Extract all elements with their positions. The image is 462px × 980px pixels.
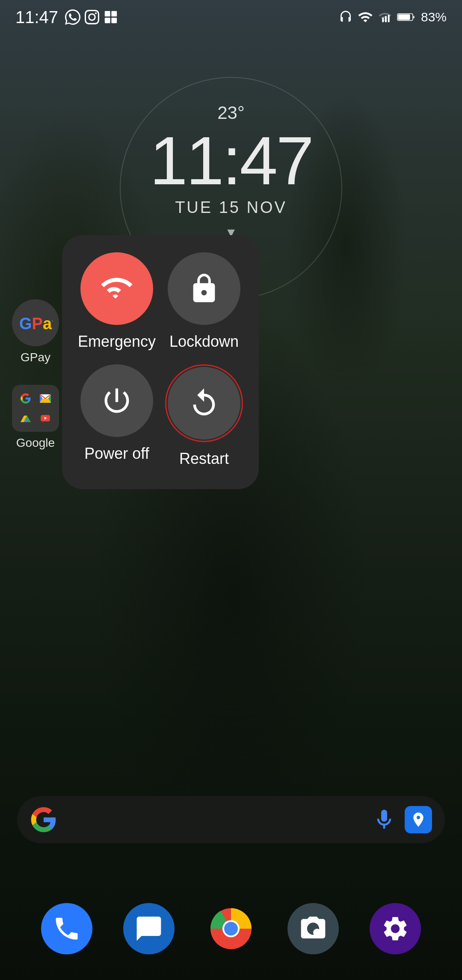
- svg-point-13: [224, 922, 238, 936]
- restart-button[interactable]: Restart: [165, 364, 243, 468]
- status-bar: 11:47: [0, 0, 462, 34]
- restart-icon: [188, 387, 220, 419]
- status-icons: [65, 9, 118, 25]
- wifi-icon: [358, 9, 373, 25]
- search-bar[interactable]: [17, 796, 445, 843]
- emergency-circle: [80, 252, 153, 325]
- app-dock: [0, 903, 462, 954]
- folder-drive-icon: [17, 410, 35, 427]
- lockdown-circle: [168, 252, 240, 325]
- emergency-label: Emergency: [78, 333, 156, 351]
- restart-label: Restart: [179, 450, 229, 468]
- chrome-dock-icon[interactable]: [205, 903, 257, 954]
- google-folder-circle: [12, 385, 59, 432]
- headphone-icon: [339, 10, 352, 24]
- battery-percentage: 83%: [421, 10, 447, 24]
- status-bar-right: 83%: [339, 9, 447, 25]
- google-app-icon[interactable]: Google: [12, 385, 59, 450]
- google-lens-icon[interactable]: [405, 806, 432, 833]
- emergency-signal-icon: [100, 272, 134, 306]
- folder-gmail-icon: [37, 390, 54, 407]
- battery-icon: [397, 10, 416, 24]
- svg-rect-6: [382, 18, 384, 22]
- messages-dock-icon[interactable]: [123, 903, 175, 954]
- google-label: Google: [16, 436, 55, 450]
- signal-icon: [378, 10, 392, 24]
- power-off-icon: [101, 384, 133, 417]
- messages-icon: [134, 914, 163, 943]
- folder-youtube-icon: [37, 410, 54, 427]
- clock-date: TUE 15 NOV: [175, 198, 287, 217]
- poweroff-circle: [80, 364, 153, 437]
- whatsapp-icon: [65, 9, 80, 25]
- settings-dock-icon[interactable]: [370, 903, 421, 954]
- chrome-icon: [207, 905, 255, 952]
- phone-dock-icon[interactable]: [41, 903, 92, 954]
- svg-rect-8: [413, 16, 415, 18]
- svg-rect-2: [105, 18, 110, 23]
- svg-text:GPay: GPay: [19, 315, 53, 333]
- microphone-icon[interactable]: [372, 808, 396, 832]
- lens-svg: [410, 811, 427, 828]
- gpay-icon-circle: GPay: [12, 299, 59, 346]
- temperature: 23°: [217, 103, 245, 123]
- svg-rect-3: [112, 18, 117, 23]
- svg-rect-1: [112, 11, 117, 17]
- app-icon: [104, 10, 118, 24]
- gpay-logo: GPay: [18, 312, 53, 334]
- status-bar-left: 11:47: [15, 8, 118, 27]
- svg-rect-0: [105, 11, 110, 17]
- folder-google-icon: [17, 390, 35, 407]
- status-time: 11:47: [15, 8, 58, 27]
- power-menu-dialog: Emergency Lockdown Power off Restart: [62, 235, 259, 489]
- svg-rect-4: [388, 15, 390, 22]
- phone-icon: [52, 914, 81, 943]
- instagram-icon: [85, 10, 99, 24]
- poweroff-button[interactable]: Power off: [77, 364, 156, 468]
- restart-highlight-border: [165, 364, 243, 442]
- lock-icon: [188, 272, 220, 305]
- emergency-button[interactable]: Emergency: [77, 252, 156, 351]
- gpay-app-icon[interactable]: GPay GPay: [12, 299, 59, 364]
- restart-circle: [168, 367, 240, 440]
- gpay-label: GPay: [21, 351, 50, 364]
- lockdown-button[interactable]: Lockdown: [165, 252, 243, 351]
- svg-rect-9: [398, 15, 410, 20]
- settings-icon: [381, 914, 410, 943]
- camera-dock-icon[interactable]: [287, 903, 339, 954]
- lockdown-label: Lockdown: [169, 333, 239, 351]
- camera-icon: [299, 914, 328, 943]
- poweroff-label: Power off: [84, 445, 149, 463]
- clock-area: 23° 11:47 TUE 15 NOV ▼: [0, 103, 462, 240]
- google-g-logo: [30, 806, 57, 833]
- svg-rect-5: [385, 16, 387, 22]
- clock-time: 11:47: [150, 127, 312, 195]
